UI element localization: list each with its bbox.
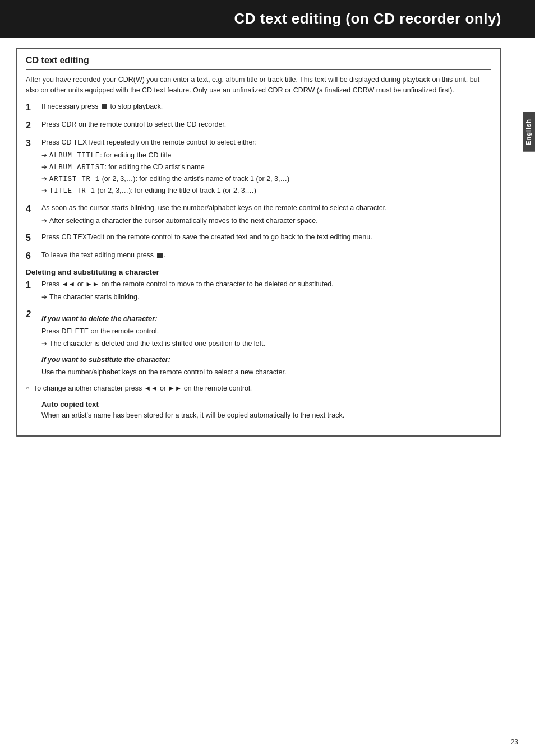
- delete-char-subtitle: If you want to delete the character:: [41, 314, 491, 324]
- del-step-1-content: Press ◄◄ or ►► on the remote control to …: [41, 279, 491, 303]
- step-5-content: Press CD TEXT/edit on the remote control…: [41, 232, 491, 243]
- auto-copied-text: When an artist's name has been stored fo…: [41, 410, 491, 421]
- delete-char-subarrow: ➔ The character is deleted and the text …: [41, 338, 491, 349]
- step-4-subarrow-text: After selecting a character the cursor a…: [49, 216, 318, 226]
- step-4-number: 4: [26, 203, 41, 215]
- page-number: 23: [511, 738, 518, 746]
- arrow-icon-5: ➔: [41, 216, 47, 226]
- step-2-content: Press CDR on the remote control to selec…: [41, 119, 491, 130]
- step-6-content: To leave the text editing menu press .: [41, 250, 491, 261]
- delete-char-subarrow-text: The character is deleted and the text is…: [49, 338, 265, 349]
- arrow-item-3: ➔ ARTIST TR 1 (or 2, 3,…): for editing t…: [41, 174, 491, 184]
- section-title: CD text editing: [26, 55, 491, 70]
- step-1: 1 If necessary press to stop playback.: [26, 101, 491, 114]
- step-3-arrow-list: ➔ ALBUM TITLE: for editing the CD title …: [41, 150, 491, 196]
- step-6-number: 6: [26, 250, 41, 262]
- bullet-circle-icon: ○: [26, 385, 29, 391]
- step-6: 6 To leave the text editing menu press .: [26, 250, 491, 262]
- step-1-content: If necessary press to stop playback.: [41, 101, 491, 112]
- arrow-item-1: ➔ ALBUM TITLE: for editing the CD title: [41, 150, 491, 161]
- arrow-item-2: ➔ ALBUM ARTIST: for editing the CD artis…: [41, 162, 491, 173]
- title-tr-mono: TITLE TR 1: [49, 187, 95, 195]
- page-title: CD text editing (on CD recorder only): [234, 10, 501, 27]
- substitute-char-subtitle: If you want to substitute the character:: [41, 355, 491, 365]
- arrow-icon-7: ➔: [41, 338, 47, 349]
- stop-icon-1: [102, 104, 107, 109]
- intro-text: After you have recorded your CDR(W) you …: [26, 75, 491, 96]
- arrow-icon-2: ➔: [41, 162, 47, 172]
- del-step-2: 2 If you want to delete the character: P…: [26, 308, 491, 378]
- del-step-2-number: 2: [26, 308, 41, 321]
- bullet-content: To change another character press ◄◄ or …: [34, 383, 491, 394]
- step-2: 2 Press CDR on the remote control to sel…: [26, 119, 491, 132]
- step-4: 4 As soon as the cursor starts blinking,…: [26, 203, 491, 226]
- auto-copied-section: Auto copied text When an artist's name h…: [41, 400, 491, 421]
- del-step-1-number: 1: [26, 279, 41, 291]
- bullet-item: ○ To change another character press ◄◄ o…: [26, 383, 491, 394]
- del-step-1-subarrow: ➔ The character starts blinking.: [41, 292, 491, 303]
- step-2-number: 2: [26, 119, 41, 132]
- step-4-subarrow: ➔ After selecting a character the cursor…: [41, 216, 491, 226]
- arrow-icon-1: ➔: [41, 150, 47, 160]
- arrow-icon-4: ➔: [41, 185, 47, 196]
- stop-icon-2: [157, 253, 163, 258]
- auto-copied-title: Auto copied text: [41, 400, 491, 409]
- del-step-2-content: If you want to delete the character: Pre…: [41, 308, 491, 378]
- arrow-icon-3: ➔: [41, 174, 47, 184]
- album-artist-mono: ALBUM ARTIST: [49, 164, 104, 171]
- step-3: 3 Press CD TEXT/edit repeatedly on the r…: [26, 137, 491, 197]
- main-section: CD text editing After you have recorded …: [16, 48, 501, 437]
- step-4-content: As soon as the cursor starts blinking, u…: [41, 203, 491, 226]
- step-3-number: 3: [26, 137, 41, 150]
- arrow-icon-6: ➔: [41, 292, 47, 302]
- del-step-1-subarrow-text: The character starts blinking.: [49, 292, 140, 303]
- arrow-item-4: ➔ TITLE TR 1 (or 2, 3,…): for editing th…: [41, 185, 491, 196]
- step-5-number: 5: [26, 232, 41, 244]
- step-3-content: Press CD TEXT/edit repeatedly on the rem…: [41, 137, 491, 197]
- album-title-mono: ALBUM TITLE: [49, 152, 100, 160]
- del-step-1: 1 Press ◄◄ or ►► on the remote control t…: [26, 279, 491, 303]
- content-area: CD text editing After you have recorded …: [0, 38, 535, 457]
- deleting-section-title: Deleting and substituting a character: [26, 268, 491, 276]
- step-1-number: 1: [26, 101, 41, 114]
- artist-tr-mono: ARTIST TR 1: [49, 175, 100, 183]
- sidebar-tab: English: [523, 112, 535, 152]
- step-5: 5 Press CD TEXT/edit on the remote contr…: [26, 232, 491, 244]
- substitute-char-text: Use the number/alphabet keys on the remo…: [41, 367, 491, 378]
- delete-char-text: Press DELETE on the remote control.: [41, 326, 491, 337]
- page-header: CD text editing (on CD recorder only): [0, 0, 535, 38]
